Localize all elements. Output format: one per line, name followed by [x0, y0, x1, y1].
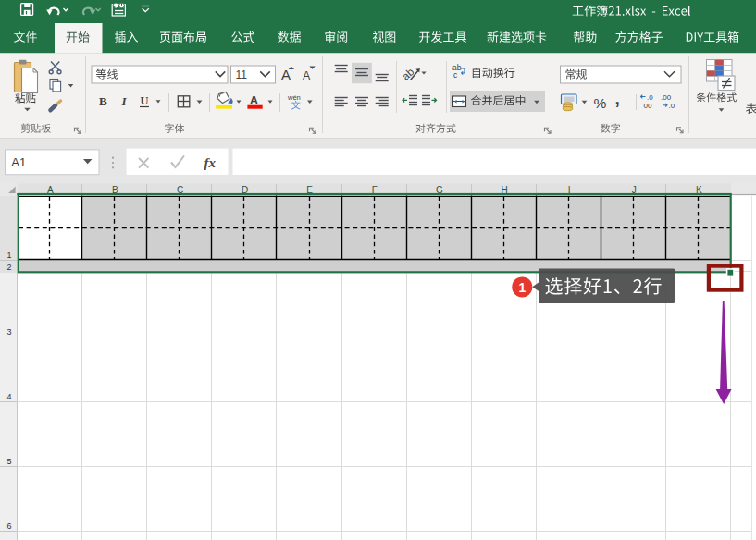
svg-text:A: A [303, 69, 311, 82]
svg-text:6: 6 [6, 522, 11, 531]
svg-text:11: 11 [236, 68, 248, 81]
svg-text:2: 2 [6, 263, 11, 272]
svg-text:,: , [615, 89, 620, 108]
svg-text:wén: wén [287, 93, 301, 102]
svg-text:1: 1 [6, 251, 11, 260]
svg-text:00: 00 [644, 102, 652, 110]
svg-text:U: U [141, 94, 149, 107]
svg-text:1: 1 [518, 280, 526, 295]
svg-text:%: % [594, 95, 607, 111]
svg-text:fx: fx [204, 155, 217, 170]
svg-text:.00: .00 [661, 93, 672, 102]
svg-text:.0: .0 [669, 102, 675, 110]
svg-text:4: 4 [6, 392, 11, 401]
svg-text:.0: .0 [647, 93, 653, 102]
svg-text:A1: A1 [11, 155, 26, 169]
svg-text:3: 3 [6, 327, 11, 337]
svg-text:5: 5 [6, 457, 11, 466]
svg-text:B: B [99, 94, 107, 108]
svg-text:I: I [121, 94, 128, 108]
